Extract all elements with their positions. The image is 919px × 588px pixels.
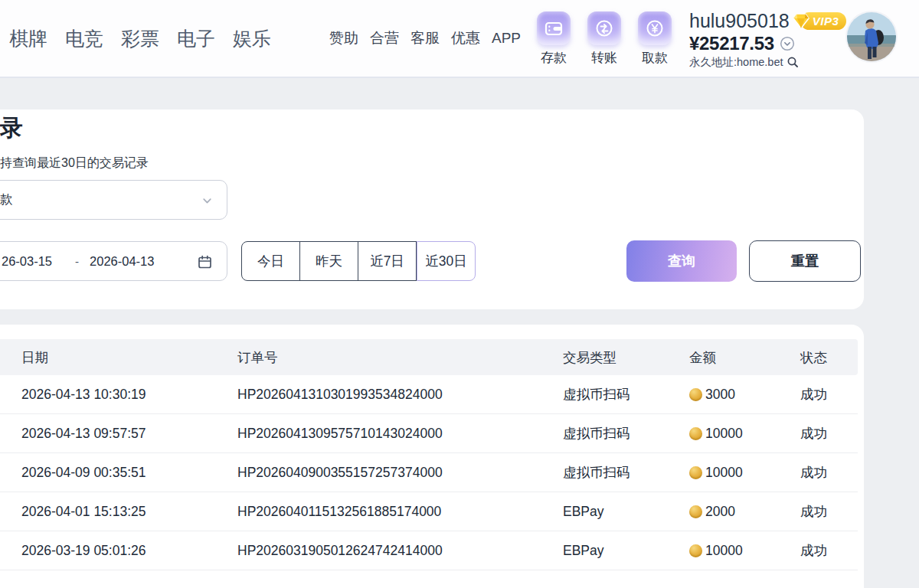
cell-amount: 10000: [689, 465, 800, 481]
cell-order-number: HP2026040900355157257374000: [237, 465, 563, 481]
date-end-value: 2026-04-13: [90, 254, 154, 269]
quick-range-7days[interactable]: 近7日: [358, 241, 417, 281]
table-row: 2026-04-01 15:13:25 HP202604011513256188…: [0, 492, 858, 531]
avatar[interactable]: [847, 12, 896, 61]
deposit-label: 存款: [541, 49, 567, 67]
table-header-row: 日期 订单号 交易类型 金额 状态: [0, 339, 858, 375]
cell-transaction-type: EBPay: [563, 504, 689, 520]
cell-transaction-type: 虚拟币扫码: [563, 424, 689, 443]
wallet-actions: 存款 转账 取款: [536, 11, 672, 67]
date-range-picker[interactable]: 26-03-15 - 2026-04-13: [0, 241, 227, 281]
type-select-value: 款: [0, 191, 13, 208]
quick-range-30days[interactable]: 近30日: [417, 241, 476, 281]
nav-item-service[interactable]: 客服: [410, 28, 440, 48]
column-amount: 金额: [689, 348, 800, 367]
coin-icon: [689, 388, 702, 401]
cell-amount: 10000: [689, 543, 800, 559]
user-info: hulu905018 VIP3 ¥25217.53: [689, 10, 842, 69]
cell-order-number: HP2026040115132561885174000: [237, 504, 563, 520]
quick-range-today[interactable]: 今日: [241, 241, 300, 281]
withdraw-button[interactable]: 取款: [637, 11, 672, 67]
nav-item-casino[interactable]: 娱乐: [233, 26, 271, 51]
balance-toggle-icon[interactable]: [780, 36, 795, 51]
column-status: 状态: [800, 348, 858, 367]
cell-order-number: HP2026041310301993534824000: [237, 387, 563, 403]
cell-date: 2026-04-01 15:13:25: [21, 504, 237, 520]
column-date: 日期: [21, 348, 237, 367]
table-row: 2026-04-13 09:57:57 HP202604130957571014…: [0, 414, 858, 453]
username: hulu905018: [689, 10, 790, 31]
cell-date: 2026-04-13 09:57:57: [21, 426, 237, 442]
address-search-icon[interactable]: [787, 56, 799, 68]
balance-amount: ¥25217.53: [689, 33, 774, 54]
chevron-down-icon: [201, 195, 213, 207]
cell-amount: 3000: [689, 387, 800, 403]
transaction-records-page: 棋牌 电竞 彩票 电子 娱乐 赞助 合营 客服 优惠 APP: [0, 0, 919, 588]
cell-transaction-type: EBPay: [563, 543, 689, 559]
cell-order-number: HP2026031905012624742414000: [237, 543, 563, 559]
cell-amount: 10000: [689, 426, 800, 442]
filter-row: 26-03-15 - 2026-04-13 今日 昨天 近7日 近30日 查询 …: [0, 240, 864, 282]
transfer-icon: [587, 11, 621, 45]
withdraw-label: 取款: [642, 49, 668, 67]
coin-icon: [689, 427, 702, 440]
nav-item-lottery[interactable]: 彩票: [121, 26, 159, 51]
coin-icon: [689, 466, 702, 479]
records-table-card: 日期 订单号 交易类型 金额 状态 2026-04-13 10:30:19 HP…: [0, 325, 864, 588]
nav-item-sponsor[interactable]: 赞助: [329, 28, 358, 48]
cell-status: 成功: [800, 385, 858, 403]
cell-date: 2026-04-09 00:35:51: [21, 465, 237, 481]
reset-button[interactable]: 重置: [749, 240, 861, 282]
page-subtitle: 持查询最近30日的交易记录: [0, 155, 149, 172]
top-navigation-bar: 棋牌 电竞 彩票 电子 娱乐 赞助 合营 客服 优惠 APP: [0, 0, 919, 78]
vip-level-label: VIP3: [813, 15, 839, 28]
cell-transaction-type: 虚拟币扫码: [563, 463, 689, 482]
main-nav: 棋牌 电竞 彩票 电子 娱乐: [9, 0, 271, 77]
calendar-icon: [197, 254, 213, 270]
cell-status: 成功: [800, 424, 858, 443]
date-start-value: 26-03-15: [0, 254, 52, 269]
table-row: 2026-03-19 05:01:26 HP202603190501262474…: [0, 531, 858, 570]
column-transaction-type: 交易类型: [563, 348, 689, 367]
cell-date: 2026-04-13 10:30:19: [21, 387, 237, 403]
cell-order-number: HP2026041309575710143024000: [237, 426, 563, 442]
permanent-address: 永久地址:home.bet: [689, 55, 783, 70]
nav-item-esports[interactable]: 电竞: [65, 26, 103, 51]
cell-status: 成功: [800, 463, 858, 482]
page-title: 录: [0, 113, 23, 143]
withdraw-icon: [638, 11, 672, 45]
secondary-nav: 赞助 合营 客服 优惠 APP: [329, 0, 521, 77]
quick-range-yesterday[interactable]: 昨天: [299, 241, 358, 281]
wallet-icon: [537, 11, 571, 45]
table-row: 2026-04-13 10:30:19 HP202604131030199353…: [0, 375, 858, 414]
nav-item-slots[interactable]: 电子: [177, 26, 215, 51]
deposit-button[interactable]: 存款: [536, 11, 571, 67]
cell-date: 2026-03-19 05:01:26: [21, 543, 237, 559]
cell-status: 成功: [800, 502, 858, 521]
nav-item-app[interactable]: APP: [492, 30, 521, 47]
table-row: 2026-04-09 00:35:51 HP202604090035515725…: [0, 453, 858, 492]
filter-card: 录 持查询最近30日的交易记录 款 26-03-15 - 2026-04-13 …: [0, 109, 864, 309]
vip-badge: VIP3: [800, 12, 847, 30]
date-separator: -: [75, 255, 79, 268]
nav-item-promo[interactable]: 优惠: [451, 28, 480, 48]
gem-icon: [790, 10, 812, 31]
transaction-type-select[interactable]: 款: [0, 180, 227, 220]
search-button[interactable]: 查询: [626, 240, 737, 282]
cell-amount: 2000: [689, 504, 800, 520]
cell-status: 成功: [800, 541, 858, 560]
nav-item-partner[interactable]: 合营: [370, 28, 399, 48]
nav-item-chess[interactable]: 棋牌: [9, 26, 47, 51]
coin-icon: [689, 505, 702, 518]
cell-transaction-type: 虚拟币扫码: [563, 385, 689, 403]
transfer-button[interactable]: 转账: [587, 11, 622, 67]
table-body: 2026-04-13 10:30:19 HP202604131030199353…: [0, 375, 864, 570]
column-order-number: 订单号: [237, 348, 563, 367]
transfer-label: 转账: [591, 49, 617, 67]
coin-icon: [689, 544, 702, 557]
quick-range-group: 今日 昨天 近7日 近30日: [241, 241, 476, 281]
